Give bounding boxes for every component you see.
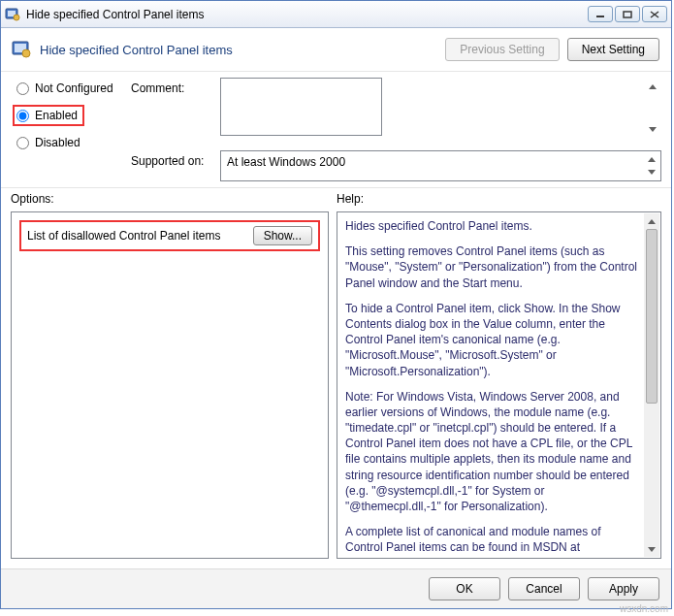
disallowed-list-label: List of disallowed Control Panel items: [27, 229, 243, 243]
supported-on-box: At least Windows 2000: [220, 150, 661, 181]
maximize-button[interactable]: [615, 6, 640, 22]
disallowed-list-row: List of disallowed Control Panel items S…: [19, 220, 320, 251]
options-body: List of disallowed Control Panel items S…: [11, 211, 329, 559]
window-controls: [588, 6, 667, 22]
help-text: Hides specified Control Panel items. Thi…: [337, 212, 660, 558]
radio-not-configured-input[interactable]: [16, 82, 29, 95]
radio-disabled[interactable]: Disabled: [16, 136, 131, 149]
close-button[interactable]: [642, 6, 667, 22]
svg-rect-4: [624, 12, 631, 17]
show-button[interactable]: Show...: [253, 226, 312, 245]
comment-label: Comment:: [131, 78, 212, 139]
options-label: Options:: [11, 192, 329, 206]
svg-marker-15: [648, 547, 656, 552]
state-column: Not Configured Enabled Disabled: [16, 78, 131, 181]
minimize-button[interactable]: [588, 6, 613, 22]
previous-setting-button[interactable]: Previous Setting: [445, 38, 559, 61]
radio-disabled-input[interactable]: [16, 137, 29, 149]
comment-input[interactable]: [220, 78, 382, 136]
scroll-track[interactable]: [644, 229, 659, 541]
scroll-down-icon[interactable]: [645, 122, 659, 137]
policy-app-icon: [5, 7, 20, 22]
scroll-up-icon[interactable]: [645, 80, 659, 94]
svg-point-2: [14, 15, 19, 20]
help-paragraph: To hide a Control Panel item, click Show…: [345, 301, 641, 379]
radio-not-configured-label: Not Configured: [35, 81, 113, 95]
scroll-down-icon[interactable]: [644, 165, 658, 179]
policy-icon: [11, 39, 32, 60]
radio-enabled[interactable]: Enabled: [13, 105, 84, 126]
watermark: wsxdn.com: [620, 603, 668, 614]
titlebar: Hide specified Control Panel items: [1, 1, 671, 28]
help-pane: Help: Hides specified Control Panel item…: [337, 192, 661, 559]
help-paragraph: Hides specified Control Panel items.: [345, 218, 641, 234]
cancel-button[interactable]: Cancel: [508, 577, 580, 600]
help-body: Hides specified Control Panel items. Thi…: [337, 211, 661, 559]
supported-label: Supported on:: [131, 150, 212, 181]
help-paragraph: Note: For Windows Vista, Windows Server …: [345, 389, 641, 515]
scroll-down-icon[interactable]: [644, 541, 659, 557]
help-paragraph: A complete list of canonical and module …: [345, 524, 641, 555]
help-scrollbar[interactable]: [644, 213, 659, 557]
svg-marker-10: [649, 84, 657, 89]
svg-marker-13: [648, 170, 656, 175]
supported-on-value: At least Windows 2000: [227, 155, 345, 169]
help-label: Help:: [337, 192, 661, 206]
top-section: Not Configured Enabled Disabled Comment:: [1, 72, 671, 185]
options-pane: Options: List of disallowed Control Pane…: [11, 192, 329, 559]
radio-disabled-label: Disabled: [35, 136, 80, 149]
meta-column: Comment: Supported on: At least Windows …: [131, 78, 661, 181]
radio-enabled-input[interactable]: [16, 110, 29, 122]
policy-header: Hide specified Control Panel items Previ…: [1, 28, 671, 69]
svg-marker-12: [648, 157, 656, 162]
scroll-up-icon[interactable]: [644, 213, 659, 229]
apply-button[interactable]: Apply: [588, 577, 659, 600]
dialog-footer: OK Cancel Apply: [1, 568, 671, 608]
panes-row: Options: List of disallowed Control Pane…: [1, 188, 671, 568]
radio-enabled-label: Enabled: [35, 109, 78, 122]
scroll-thumb[interactable]: [646, 229, 658, 404]
radio-not-configured[interactable]: Not Configured: [16, 81, 131, 95]
next-setting-button[interactable]: Next Setting: [567, 38, 659, 61]
window-title: Hide specified Control Panel items: [26, 8, 588, 21]
svg-marker-11: [649, 127, 657, 132]
svg-marker-14: [648, 219, 656, 224]
ok-button[interactable]: OK: [429, 577, 500, 600]
svg-point-9: [22, 49, 30, 57]
policy-title: Hide specified Control Panel items: [40, 43, 445, 57]
help-paragraph: This setting removes Control Panel items…: [345, 243, 641, 291]
dialog-window: Hide specified Control Panel items Hide …: [0, 0, 672, 609]
